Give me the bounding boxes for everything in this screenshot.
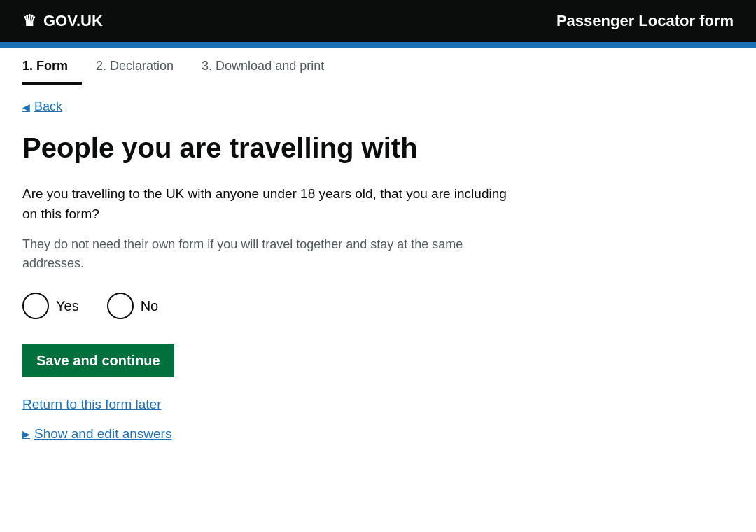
main-content: ◀ Back People you are travelling with Ar… bbox=[0, 85, 532, 470]
page-header: ♛ GOV.UK Passenger Locator form bbox=[0, 0, 756, 42]
hint-text: They do not need their own form if you w… bbox=[22, 235, 510, 273]
progress-step-3[interactable]: 3. Download and print bbox=[202, 48, 338, 85]
blue-accent-bar bbox=[0, 42, 756, 48]
show-answers-link[interactable]: ▶ Show and edit answers bbox=[22, 426, 510, 442]
progress-nav: 1. Form 2. Declaration 3. Download and p… bbox=[0, 48, 756, 85]
back-arrow-icon: ◀ bbox=[22, 102, 30, 113]
radio-yes[interactable] bbox=[22, 293, 49, 319]
radio-no[interactable] bbox=[107, 293, 134, 319]
back-link[interactable]: ◀ Back bbox=[22, 99, 510, 114]
page-heading: People you are travelling with bbox=[22, 131, 510, 164]
return-later-link[interactable]: Return to this form later bbox=[22, 397, 510, 412]
triangle-icon: ▶ bbox=[22, 428, 30, 440]
radio-group: Yes No bbox=[22, 293, 510, 319]
gov-logo: ♛ GOV.UK bbox=[22, 12, 103, 30]
radio-no-label: No bbox=[141, 298, 159, 314]
back-link-label: Back bbox=[34, 99, 62, 114]
crown-icon: ♛ bbox=[22, 12, 36, 30]
question-text: Are you travelling to the UK with anyone… bbox=[22, 184, 510, 224]
progress-step-2[interactable]: 2. Declaration bbox=[96, 48, 188, 85]
save-continue-button[interactable]: Save and continue bbox=[22, 344, 174, 377]
progress-step-1[interactable]: 1. Form bbox=[22, 48, 82, 85]
radio-yes-label: Yes bbox=[56, 298, 79, 314]
radio-option-yes[interactable]: Yes bbox=[22, 293, 79, 319]
gov-logo-text: GOV.UK bbox=[43, 12, 103, 30]
form-title: Passenger Locator form bbox=[556, 12, 734, 30]
radio-option-no[interactable]: No bbox=[107, 293, 159, 319]
show-answers-label: Show and edit answers bbox=[34, 426, 172, 442]
